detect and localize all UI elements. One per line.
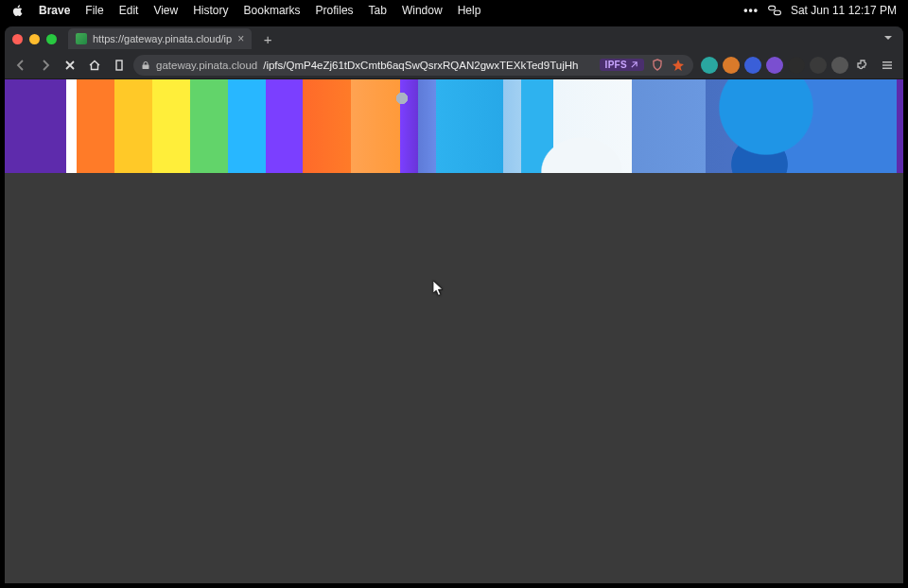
menubar-item-file[interactable]: File xyxy=(85,4,103,17)
extension-icons xyxy=(697,57,848,74)
menubar-item-profiles[interactable]: Profiles xyxy=(316,4,354,17)
page-content xyxy=(5,79,903,583)
back-button[interactable] xyxy=(10,55,31,76)
window-controls xyxy=(12,34,57,44)
menubar-item-help[interactable]: Help xyxy=(458,4,481,17)
tab-bar: https://gateway.pinata.cloud/ip × + xyxy=(5,26,903,51)
new-tab-button[interactable]: + xyxy=(257,28,278,49)
svg-rect-0 xyxy=(769,6,776,9)
window-close-button[interactable] xyxy=(12,34,23,44)
macos-menubar: Brave File Edit View History Bookmarks P… xyxy=(0,0,908,21)
svg-rect-2 xyxy=(116,61,122,70)
window-zoom-button[interactable] xyxy=(46,34,57,44)
browser-tab[interactable]: https://gateway.pinata.cloud/ip × xyxy=(68,28,252,49)
tabbar-dropdown-button[interactable] xyxy=(882,30,903,47)
browser-window: https://gateway.pinata.cloud/ip × + ga xyxy=(5,26,903,583)
ext-purple-icon[interactable] xyxy=(766,57,783,74)
ipfs-badge-label: IPFS xyxy=(605,60,627,70)
tab-close-button[interactable]: × xyxy=(237,32,244,45)
stop-button[interactable] xyxy=(60,55,80,76)
url-domain: gateway.pinata.cloud xyxy=(156,60,257,71)
ext-blue-icon[interactable] xyxy=(744,57,761,74)
ext-gray-icon[interactable] xyxy=(831,57,848,74)
apple-logo-icon[interactable] xyxy=(11,5,24,17)
menubar-overflow-icon[interactable]: ••• xyxy=(743,4,759,17)
menubar-item-edit[interactable]: Edit xyxy=(119,4,139,17)
menubar-item-view[interactable]: View xyxy=(153,4,178,17)
browser-toolbar: gateway.pinata.cloud/ipfs/QmP4eZj61tDxCm… xyxy=(5,51,903,79)
bookmark-button[interactable] xyxy=(109,55,130,76)
ext-dark2-icon[interactable] xyxy=(810,57,827,74)
tab-favicon-icon xyxy=(76,33,87,44)
address-bar[interactable]: gateway.pinata.cloud/ipfs/QmP4eZj61tDxCm… xyxy=(133,55,693,76)
menubar-item-bookmarks[interactable]: Bookmarks xyxy=(244,4,301,17)
brave-shield-icon[interactable] xyxy=(650,58,665,73)
svg-rect-1 xyxy=(774,10,780,14)
menubar-left: Brave File Edit View History Bookmarks P… xyxy=(11,4,480,17)
url-path: /ipfs/QmP4eZj61tDxCmtb6aqSwQsrxRQAN2gwxT… xyxy=(263,60,578,71)
menubar-right: ••• Sat Jun 11 12:17 PM xyxy=(743,4,897,17)
app-menu-button[interactable] xyxy=(877,55,898,76)
menubar-item-history[interactable]: History xyxy=(193,4,228,17)
ext-orange-icon[interactable] xyxy=(723,57,740,74)
ext-dark1-icon[interactable] xyxy=(788,57,805,74)
extensions-puzzle-icon[interactable] xyxy=(852,55,873,76)
ext-teal-icon[interactable] xyxy=(701,57,718,74)
tab-title: https://gateway.pinata.cloud/ip xyxy=(93,33,232,44)
home-button[interactable] xyxy=(84,55,105,76)
menubar-app-name[interactable]: Brave xyxy=(39,4,70,17)
forward-button[interactable] xyxy=(35,55,56,76)
ipfs-badge[interactable]: IPFS xyxy=(600,59,644,71)
brave-rewards-icon[interactable] xyxy=(671,58,686,73)
window-minimize-button[interactable] xyxy=(29,34,40,44)
menubar-item-window[interactable]: Window xyxy=(402,4,443,17)
control-center-icon[interactable] xyxy=(768,5,781,16)
menubar-datetime[interactable]: Sat Jun 11 12:17 PM xyxy=(791,4,897,17)
menubar-item-tab[interactable]: Tab xyxy=(369,4,387,17)
lock-icon xyxy=(141,61,150,70)
hero-illustration xyxy=(5,79,903,173)
